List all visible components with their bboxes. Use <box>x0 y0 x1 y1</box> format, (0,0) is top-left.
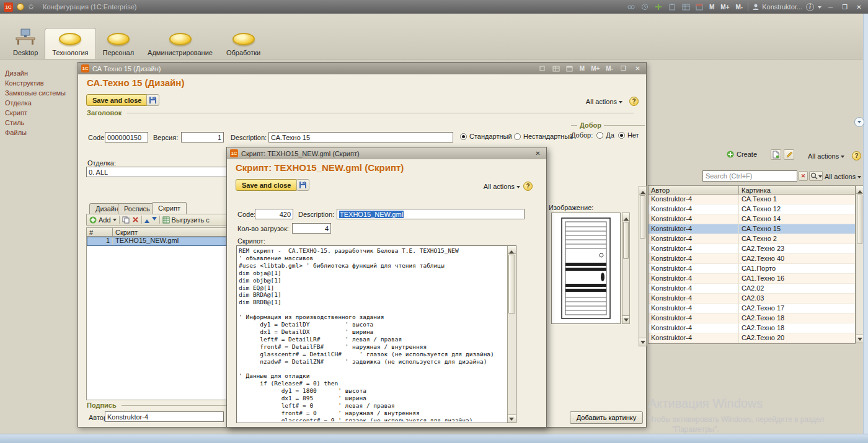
nav-link-lock-systems[interactable]: Замковые системы <box>5 89 76 97</box>
add-favorite-icon[interactable] <box>653 2 663 11</box>
tab-script[interactable]: Скрипт <box>152 202 187 214</box>
all-actions-dropdown[interactable]: All actions <box>586 98 622 105</box>
script-editor[interactable]: REM скрипт - СА.ТЕХНО-15. разработчик Бе… <box>236 245 516 423</box>
table-icon[interactable] <box>681 2 691 11</box>
column-author[interactable]: Автор <box>649 186 739 194</box>
close-button[interactable]: ✕ <box>854 4 864 11</box>
scroll-up-button[interactable] <box>639 186 646 195</box>
service-menu-icon[interactable] <box>17 3 24 11</box>
picture-row[interactable]: Konstruktor-4СА.Техно 2 <box>649 234 855 244</box>
code-field[interactable]: 000000150 <box>105 132 148 143</box>
save-button[interactable] <box>146 94 159 106</box>
memory-m-plus-button[interactable]: M+ <box>590 65 601 72</box>
search-input[interactable] <box>702 170 797 182</box>
all-actions-dropdown[interactable]: All actions <box>484 183 520 190</box>
scroll-down-button[interactable] <box>856 335 863 343</box>
export-button[interactable]: Выгрузить с <box>162 216 210 224</box>
picture-row[interactable]: Konstruktor-4СА2.Техно 18 <box>649 323 855 333</box>
move-up-button[interactable] <box>144 217 149 223</box>
delete-button[interactable] <box>132 216 139 223</box>
scroll-thumb[interactable] <box>857 195 862 244</box>
help-button[interactable]: ? <box>523 182 533 191</box>
search-clear-button[interactable]: ✕ <box>799 171 808 181</box>
downloads-field[interactable]: 4 <box>292 223 331 234</box>
all-actions-dropdown[interactable]: All actions <box>825 173 861 180</box>
minimize-button[interactable]: ─ <box>825 4 836 11</box>
save-and-close-button[interactable]: Save and close <box>86 94 148 106</box>
picture-row[interactable]: Konstruktor-4СА.Техно 14 <box>649 214 855 224</box>
picture-row[interactable]: Konstruktor-4СА2.Техно 18 <box>649 314 855 323</box>
section-tab-administration[interactable]: Администрирование <box>141 29 219 59</box>
picture-row[interactable]: Konstruktor-4СА.Техно 1 <box>649 195 855 204</box>
add-picture-button[interactable]: Добавить картинку <box>570 411 643 424</box>
panel-expander-button[interactable] <box>854 117 864 127</box>
scroll-down-button[interactable] <box>639 338 646 346</box>
description-field[interactable]: СА.Техно 15 <box>268 132 453 143</box>
picture-row[interactable]: Konstruktor-4СА2.Техно 23 <box>649 244 855 254</box>
favorites-icon[interactable]: ✩ <box>28 3 34 11</box>
memory-m-minus-button[interactable]: M- <box>604 65 614 72</box>
memory-m-plus-button[interactable]: M+ <box>719 4 730 11</box>
radio-nonstandard[interactable]: Нестандартный <box>514 133 573 140</box>
memory-m-minus-button[interactable]: M- <box>735 4 745 11</box>
author-field[interactable]: Konstruktor-4 <box>105 411 224 422</box>
save-and-close-button[interactable]: Save and close <box>236 179 298 191</box>
image-scrollbar[interactable] <box>622 213 630 324</box>
clipboard-icon[interactable] <box>667 2 677 11</box>
link-icon[interactable] <box>626 2 636 11</box>
calendar-icon[interactable] <box>565 64 575 73</box>
scroll-thumb[interactable] <box>640 195 645 239</box>
code-field[interactable]: 420 <box>255 209 293 219</box>
chevron-down-icon[interactable] <box>818 6 822 11</box>
nav-link-design[interactable]: Дизайн <box>5 69 76 77</box>
all-actions-dropdown[interactable]: All actions <box>808 152 844 160</box>
help-button[interactable]: ? <box>852 151 861 160</box>
search-button[interactable] <box>809 171 823 181</box>
info-icon[interactable]: i <box>806 3 814 11</box>
section-tab-personnel[interactable]: Персонал <box>96 29 141 59</box>
scroll-thumb[interactable] <box>508 255 515 314</box>
picture-row[interactable]: Konstruktor-4СА.Техно 12 <box>649 204 855 214</box>
nav-link-script[interactable]: Скрипт <box>5 109 76 116</box>
picture-row[interactable]: Konstruktor-4СА.Техно 15 <box>649 224 855 234</box>
script-scrollbar[interactable] <box>507 246 516 423</box>
current-user[interactable]: Konstruktor... <box>752 3 802 11</box>
section-tab-technology[interactable]: Технология <box>45 28 95 59</box>
help-button[interactable]: ? <box>629 97 639 106</box>
table-icon[interactable] <box>551 64 561 73</box>
radio-dobor-yes[interactable]: Да <box>596 131 614 139</box>
picture-row[interactable]: Konstruktor-4СА2.Техно 40 <box>649 254 855 264</box>
tab-painting[interactable]: Роспись <box>118 203 156 214</box>
scroll-up-button[interactable] <box>856 186 863 194</box>
version-field[interactable]: 1 <box>181 132 224 143</box>
scroll-down-button[interactable] <box>508 414 516 423</box>
column-picture[interactable]: Картинка <box>739 186 855 194</box>
memory-m-button[interactable]: M <box>578 65 586 72</box>
create-button[interactable]: Create <box>727 151 757 158</box>
radio-standard[interactable]: Стандартный <box>460 133 512 140</box>
picture-row[interactable]: Konstruktor-4СА2.Техно 20 <box>649 333 855 343</box>
memory-m-button[interactable]: M <box>708 4 715 11</box>
nav-link-finish[interactable]: Отделка <box>5 99 76 107</box>
history-icon[interactable] <box>640 2 650 11</box>
scroll-down-button[interactable] <box>622 315 629 323</box>
nav-link-files[interactable]: Файлы <box>5 129 76 136</box>
edit-button[interactable] <box>784 149 794 160</box>
picture-row[interactable]: Konstruktor-4СА2.02 <box>649 284 855 294</box>
restore-button[interactable]: ❐ <box>839 4 850 11</box>
picture-row[interactable]: Konstruktor-4СА2.03 <box>649 294 855 304</box>
scroll-up-button[interactable] <box>622 213 629 221</box>
script-code[interactable]: REM скрипт - СА.ТЕХНО-15. разработчик Бе… <box>239 247 506 421</box>
copy-button[interactable] <box>122 216 130 224</box>
nav-link-constructive[interactable]: Конструктив <box>5 79 76 87</box>
maximize-button[interactable]: ❐ <box>618 65 629 72</box>
radio-dobor-no[interactable]: Нет <box>618 131 639 139</box>
add-button[interactable]: Add <box>89 216 117 224</box>
column-number[interactable]: # <box>87 228 113 236</box>
save-button[interactable] <box>296 179 309 191</box>
scroll-thumb[interactable] <box>623 222 629 259</box>
close-button[interactable]: ✕ <box>533 150 543 157</box>
form-scrollbar[interactable] <box>639 186 647 346</box>
calendar-icon[interactable] <box>694 2 704 11</box>
scroll-up-button[interactable] <box>508 246 516 254</box>
